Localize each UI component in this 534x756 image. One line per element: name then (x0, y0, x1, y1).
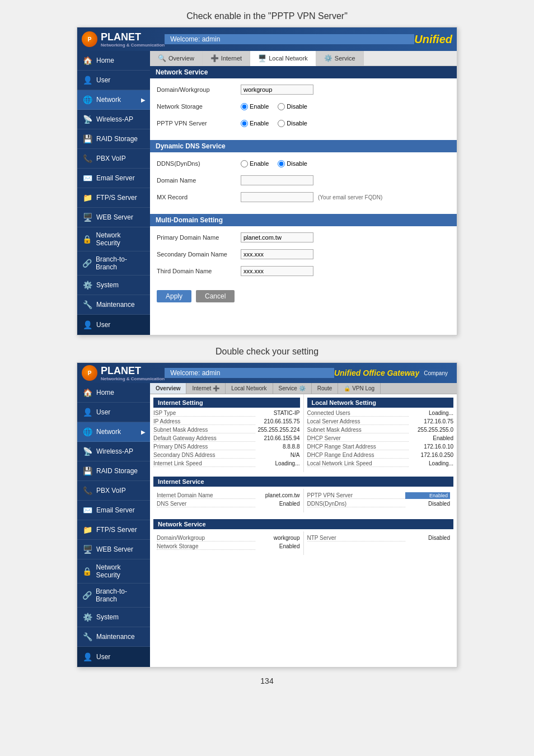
sidebar2-item-network[interactable]: 🌐 Network ▶ (77, 422, 150, 442)
domain-workgroup2-label: Domain/Workgroup (157, 535, 255, 542)
primary-domain-row: Primary Domain Name (157, 231, 450, 244)
sidebar-label-network: Network (96, 96, 121, 104)
sidebar2-item-raid-storage[interactable]: 💾 RAID Storage (77, 461, 150, 481)
ftp-server-icon: 📁 (82, 192, 93, 203)
ddns-enable-label[interactable]: Enable (241, 160, 269, 167)
pptp-vpn-enable-label[interactable]: Enable (241, 120, 269, 127)
ddns-enable-radio[interactable] (241, 160, 248, 167)
pbx-voip-icon: 📞 (82, 153, 93, 164)
pptp-vpn-server-row: PPTP VPN Server Enabled (307, 492, 451, 499)
ddns-disable-label[interactable]: Disable (278, 160, 307, 167)
network-arrow-icon: ▶ (141, 97, 146, 103)
domain-name-label: Domain Name (157, 177, 241, 184)
sidebar2-item-user[interactable]: 👤 User (77, 403, 150, 422)
network-security-icon: 🔒 (82, 234, 93, 245)
sidebar-item-wireless-ap[interactable]: 📡 Wireless-AP (77, 110, 150, 129)
primary-dns-label: Primary DNS Address (153, 444, 255, 450)
sidebar2-label-branch-to-branch: Branch-to-Branch (96, 587, 146, 603)
network-storage-disable-radio[interactable] (278, 103, 285, 110)
sidebar-item-user[interactable]: 👤 User (77, 71, 150, 90)
cancel-button[interactable]: Cancel (196, 290, 235, 302)
tab-overview[interactable]: 🔍 Overview (150, 51, 203, 66)
sidebar2-label-wireless-ap: Wireless-AP (96, 447, 133, 455)
local-link-speed-row: Local Network Link Speed Loading... (307, 460, 454, 467)
sidebar2-item-home[interactable]: 🏠 Home (77, 383, 150, 403)
third-domain-input[interactable] (241, 266, 313, 276)
mx-record-label: MX Record (157, 194, 241, 200)
domain-name-input[interactable] (241, 175, 313, 185)
mx-record-helper: (Your email server FQDN) (318, 194, 382, 200)
sidebar2-item-wireless-ap[interactable]: 📡 Wireless-AP (77, 442, 150, 461)
sidebar-label-branch-to-branch: Branch-to-Branch (96, 255, 146, 271)
tab-internet[interactable]: ➕ Internet (203, 51, 250, 66)
apply-button[interactable]: Apply (157, 290, 191, 302)
connected-users-row: Connected Users Loading... (307, 410, 454, 417)
sidebar2-item-web-server[interactable]: 🖥️ WEB Server (77, 540, 150, 559)
user-button-2[interactable]: 👤 User (77, 647, 150, 667)
welcome-bar-2: Welcome: admin (165, 368, 334, 378)
ddns-disable-radio[interactable] (278, 160, 285, 167)
tab2-local-network[interactable]: Local Network (226, 383, 273, 394)
dhcp-start-value: 172.16.0.10 (409, 444, 453, 450)
tab-service-label: Service (335, 55, 355, 62)
web-server-icon: 🖥️ (82, 212, 93, 223)
sidebar-label-email-server: Email Server (96, 174, 135, 182)
local-server-address-value: 172.16.0.75 (409, 418, 453, 425)
sidebar2-item-maintenance[interactable]: 🔧 Maintenance (77, 627, 150, 647)
pptp-vpn-enable-radio[interactable] (241, 120, 248, 127)
mx-record-input[interactable] (241, 192, 313, 202)
tab2-internet[interactable]: Internet ➕ (186, 383, 226, 394)
dhcp-end-row: DHCP Range End Address 172.16.0.250 (307, 452, 454, 459)
ftp-server2-icon: 📁 (82, 524, 93, 535)
sidebar-item-pbx-voip[interactable]: 📞 PBX VoIP (77, 149, 150, 169)
domain-workgroup-input[interactable] (241, 85, 313, 95)
network-security2-icon: 🔒 (82, 566, 93, 577)
sidebar2-item-branch-to-branch[interactable]: 🔗 Branch-to-Branch (77, 584, 150, 608)
sidebar2-item-system[interactable]: ⚙️ System (77, 608, 150, 627)
internet-service-section: Internet Service Internet Domain Name pl… (150, 474, 457, 515)
welcome-text-2: Welcome: admin (170, 369, 220, 377)
maintenance2-icon: 🔧 (82, 631, 93, 642)
network-storage-enable-radio[interactable] (241, 103, 248, 110)
sidebar2-item-network-security[interactable]: 🔒 Network Security (77, 559, 150, 584)
sidebar-item-system[interactable]: ⚙️ System (77, 276, 150, 295)
sidebar2-label-raid-storage: RAID Storage (96, 467, 138, 475)
secondary-domain-input[interactable] (241, 249, 313, 259)
ddns-radio-group: Enable Disable (241, 160, 307, 167)
tab-local-network[interactable]: 🖥️ Local Network (250, 51, 316, 66)
sidebar-item-raid-storage[interactable]: 💾 RAID Storage (77, 129, 150, 149)
pptp-vpn-disable-label[interactable]: Disable (278, 120, 307, 127)
sidebar-item-home[interactable]: 🏠 Home (77, 51, 150, 71)
sidebar-item-network-security[interactable]: 🔒 Network Security (77, 227, 150, 251)
sidebar-item-web-server[interactable]: 🖥️ WEB Server (77, 208, 150, 227)
tab2-overview[interactable]: Overview (150, 383, 186, 394)
sidebar-item-network[interactable]: 🌐 Network ▶ (77, 90, 150, 110)
user2-icon: 👤 (82, 407, 93, 418)
sidebar-item-maintenance[interactable]: 🔧 Maintenance (77, 295, 150, 315)
ntp-server-value: Disabled (405, 535, 450, 542)
primary-domain-label: Primary Domain Name (157, 234, 241, 241)
tab2-vpn-log[interactable]: 🔒 VPN Log (338, 383, 381, 394)
tab2-route[interactable]: Route (312, 383, 339, 394)
user-button[interactable]: 👤 User (77, 315, 150, 335)
tab-service[interactable]: ⚙️ Service (316, 51, 364, 66)
primary-domain-input[interactable] (241, 232, 313, 242)
sidebar2-item-pbx-voip[interactable]: 📞 PBX VoIP (77, 481, 150, 501)
pptp-vpn-disable-radio[interactable] (278, 120, 285, 127)
sidebar2-label-system: System (96, 613, 119, 621)
tab2-service[interactable]: Service ⚙️ (273, 383, 312, 394)
network-storage2-row: Network Storage Enabled (157, 543, 300, 550)
sidebar-item-ftp-server[interactable]: 📁 FTP/S Server (77, 188, 150, 208)
internet-setting-title: Internet Setting (153, 398, 300, 408)
sidebar-item-branch-to-branch[interactable]: 🔗 Branch-to-Branch (77, 251, 150, 276)
network-storage-enable-label[interactable]: Enable (241, 103, 269, 110)
local-subnet-mask-value: 255.255.255.0 (409, 427, 453, 433)
dhcp-server-value: Enabled (409, 435, 453, 442)
network-storage-disable-label[interactable]: Disable (278, 103, 307, 110)
sidebar2-item-ftp-server[interactable]: 📁 FTP/S Server (77, 520, 150, 540)
screenshot-2: P PLANET Networking & Communication Welc… (77, 362, 457, 668)
sidebar2-item-email-server[interactable]: ✉️ Email Server (77, 501, 150, 520)
network-storage-row: Network Storage Enable Disable (157, 100, 450, 113)
default-gateway-row: Default Gateway Address 210.66.155.94 (153, 435, 300, 442)
sidebar-item-email-server[interactable]: ✉️ Email Server (77, 169, 150, 188)
